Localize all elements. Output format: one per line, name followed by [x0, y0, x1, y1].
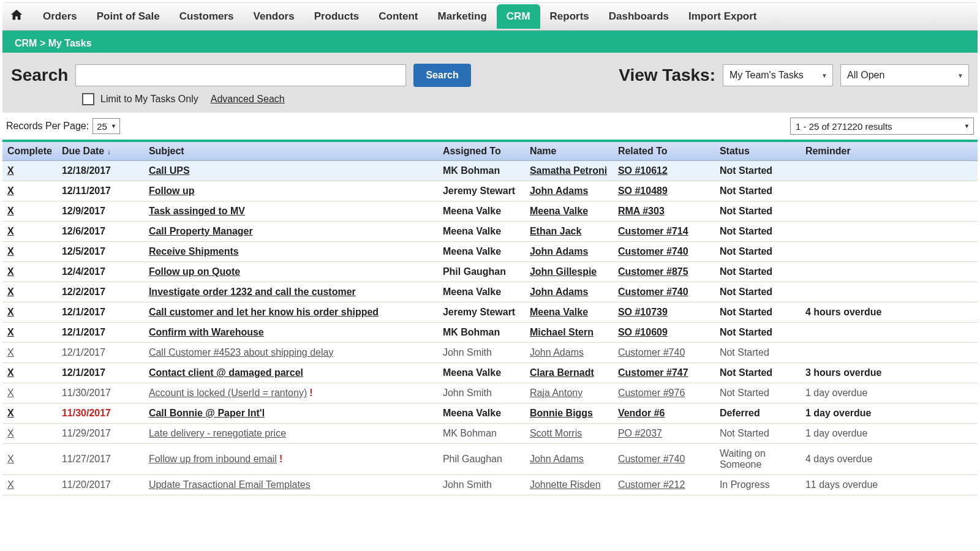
complete-link[interactable]: X: [7, 266, 14, 277]
search-input[interactable]: [75, 64, 406, 86]
subject-link[interactable]: Receive Shipments: [149, 246, 239, 257]
col-status[interactable]: Status: [715, 142, 801, 161]
pager-bar: Records Per Page: 25 1 - 25 of 271220 re…: [2, 113, 978, 140]
nav-dashboards[interactable]: Dashboards: [599, 4, 679, 29]
related-to-link[interactable]: Customer #212: [618, 479, 685, 490]
complete-link[interactable]: X: [7, 347, 14, 358]
complete-link[interactable]: X: [7, 206, 14, 217]
nav-customers[interactable]: Customers: [170, 4, 244, 29]
subject-link[interactable]: Update Trasactional Email Templates: [149, 479, 311, 490]
reminder: 11 days overdue: [801, 475, 978, 495]
complete-link[interactable]: X: [7, 388, 14, 399]
nav-point-of-sale[interactable]: Point of Sale: [87, 4, 170, 29]
col-reminder[interactable]: Reminder: [801, 142, 978, 161]
reminder: [801, 222, 978, 242]
name-link[interactable]: John Adams: [530, 246, 588, 257]
name-link[interactable]: Michael Stern: [530, 327, 594, 337]
related-to-link[interactable]: Customer #740: [618, 287, 688, 297]
top-navbar: OrdersPoint of SaleCustomersVendorsProdu…: [2, 2, 978, 31]
name-link[interactable]: Clara Bernadt: [530, 367, 594, 378]
subject-link[interactable]: Call Property Manager: [149, 226, 253, 236]
nav-reports[interactable]: Reports: [540, 4, 599, 29]
complete-link[interactable]: X: [7, 408, 14, 419]
subject-link[interactable]: Follow up from inbound email: [149, 454, 277, 464]
name-link[interactable]: Meena Valke: [530, 307, 588, 317]
complete-link[interactable]: X: [7, 454, 14, 465]
related-to-link[interactable]: RMA #303: [618, 206, 665, 216]
results-range-select[interactable]: 1 - 25 of 271220 results: [790, 118, 974, 135]
complete-link[interactable]: X: [7, 327, 14, 338]
subject-link[interactable]: Task assinged to MV: [149, 206, 245, 216]
related-to-link[interactable]: Customer #740: [618, 454, 685, 464]
name-link[interactable]: Meena Valke: [530, 206, 588, 216]
related-to-link[interactable]: Customer #976: [618, 388, 685, 398]
name-link[interactable]: John Adams: [530, 287, 588, 297]
name-link[interactable]: Ethan Jack: [530, 226, 581, 236]
subject-link[interactable]: Contact client @ damaged parcel: [149, 367, 303, 378]
subject-link[interactable]: Confirm with Warehouse: [149, 327, 264, 337]
advanced-search-link[interactable]: Advanced Seach: [211, 94, 285, 105]
name-link[interactable]: Samatha Petroni: [530, 165, 607, 176]
subject-link[interactable]: Account is locked (UserId = rantony): [149, 388, 307, 398]
subject-link[interactable]: Follow up on Quote: [149, 266, 240, 277]
related-to-link[interactable]: Customer #875: [618, 266, 688, 277]
due-date: 12/1/2017: [57, 343, 144, 363]
records-per-page-select[interactable]: 25: [92, 118, 120, 134]
complete-link[interactable]: X: [7, 367, 14, 378]
search-button[interactable]: Search: [413, 64, 470, 87]
complete-link[interactable]: X: [7, 307, 14, 318]
complete-link[interactable]: X: [7, 479, 14, 490]
name-link[interactable]: Raja Antony: [530, 388, 582, 398]
name-link[interactable]: Scott Morris: [530, 428, 582, 438]
related-to-link[interactable]: Customer #740: [618, 347, 685, 358]
complete-link[interactable]: X: [7, 226, 14, 237]
related-to-link[interactable]: Vendor #6: [618, 408, 665, 418]
filter-dropdown[interactable]: All Open: [840, 64, 969, 86]
related-to-link[interactable]: Customer #747: [618, 367, 688, 378]
related-to-link[interactable]: SO #10739: [618, 307, 668, 317]
nav-crm[interactable]: CRM: [497, 4, 540, 29]
name-link[interactable]: John Adams: [530, 454, 584, 464]
complete-link[interactable]: X: [7, 165, 14, 176]
complete-link[interactable]: X: [7, 287, 14, 298]
nav-import-export[interactable]: Import Export: [679, 4, 766, 29]
nav-vendors[interactable]: Vendors: [244, 4, 304, 29]
col-due-date[interactable]: Due Date ↓: [57, 142, 144, 161]
subject-link[interactable]: Late delivery - renegotiate price: [149, 428, 286, 438]
nav-marketing[interactable]: Marketing: [428, 4, 497, 29]
col-related-to[interactable]: Related To: [613, 142, 715, 161]
complete-link[interactable]: X: [7, 186, 14, 197]
subject-link[interactable]: Call Customer #4523 about shipping delay: [149, 347, 334, 358]
name-link[interactable]: Johnette Risden: [530, 479, 601, 490]
col-assigned-to[interactable]: Assigned To: [438, 142, 525, 161]
subject-link[interactable]: Follow up: [149, 186, 195, 196]
name-link[interactable]: John Adams: [530, 347, 584, 358]
col-subject[interactable]: Subject: [144, 142, 438, 161]
limit-checkbox[interactable]: [82, 93, 94, 105]
related-to-link[interactable]: SO #10612: [618, 165, 668, 176]
name-link[interactable]: John Gillespie: [530, 266, 597, 277]
nav-products[interactable]: Products: [304, 4, 369, 29]
nav-orders[interactable]: Orders: [33, 4, 87, 29]
view-tasks-dropdown[interactable]: My Team's Tasks: [723, 64, 833, 86]
subject-link[interactable]: Investigate order 1232 and call the cust…: [149, 287, 356, 297]
reminder: 3 hours overdue: [801, 363, 978, 383]
col-name[interactable]: Name: [525, 142, 613, 161]
related-to-link[interactable]: SO #10489: [618, 186, 668, 196]
related-to-link[interactable]: SO #10609: [618, 327, 668, 337]
nav-content[interactable]: Content: [369, 4, 428, 29]
complete-link[interactable]: X: [7, 246, 14, 257]
subject-link[interactable]: Call Bonnie @ Paper Int'l: [149, 408, 265, 418]
complete-link[interactable]: X: [7, 428, 14, 439]
col-complete[interactable]: Complete: [2, 142, 57, 161]
table-row: X12/4/2017Follow up on QuotePhil Gaughan…: [2, 262, 978, 282]
subject-link[interactable]: Call customer and let her know his order…: [149, 307, 379, 317]
related-to-link[interactable]: Customer #740: [618, 246, 688, 257]
related-to-link[interactable]: Customer #714: [618, 226, 688, 236]
subject-link[interactable]: Call UPS: [149, 165, 190, 176]
home-icon[interactable]: [10, 8, 23, 25]
related-to-link[interactable]: PO #2037: [618, 428, 662, 438]
name-link[interactable]: Bonnie Biggs: [530, 408, 593, 418]
filter-dropdown-value: All Open: [847, 70, 884, 81]
name-link[interactable]: John Adams: [530, 186, 588, 196]
